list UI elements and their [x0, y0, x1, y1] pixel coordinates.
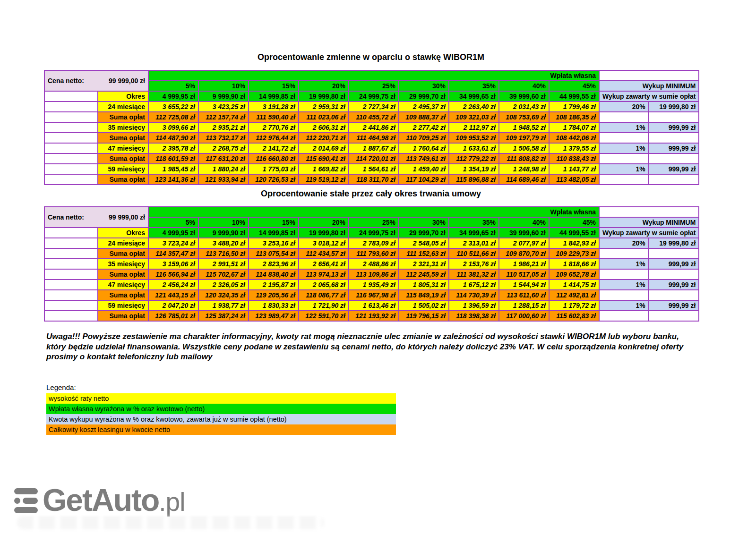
rata-value-cell: 2 770,76 zł [249, 122, 299, 133]
suma-value-cell: 112 157,74 zł [198, 112, 249, 122]
okres-value-cell: 34 999,65 zł [449, 228, 499, 238]
rata-value-cell: 1 948,52 zł [499, 122, 549, 133]
suma-value-cell: 112 220,71 zł [299, 133, 349, 143]
rata-value-cell: 1 775,03 zł [249, 164, 299, 174]
spacer-cell [44, 300, 98, 311]
suma-value-cell: 113 974,13 zł [299, 269, 349, 280]
rata-value-cell: 2 395,78 zł [148, 143, 198, 153]
okres-value-cell: 44 999,55 zł [549, 228, 599, 238]
row-label: Suma opłat [98, 290, 148, 300]
logo-tld: .pl [159, 487, 185, 517]
suma-value-cell: 115 849,19 zł [399, 290, 449, 300]
suma-value-cell: 113 611,60 zł [499, 290, 549, 300]
wplata-wlasna-header: Wpłata własna [148, 70, 599, 81]
row-label: Suma opłat [98, 269, 148, 280]
suma-value-cell: 119 205,56 zł [249, 290, 299, 300]
empty-wykup-cell [599, 133, 649, 143]
logo-text: GetAuto.pl [43, 485, 185, 517]
cena-netto-value: 99 999,00 zł [109, 77, 145, 84]
cena-netto-label: Cena netto: [48, 77, 84, 84]
suma-value-cell: 118 601,59 zł [148, 153, 198, 164]
empty-corner-cell [599, 70, 699, 81]
wykup-minimum-header: Wykup MINIMUM [599, 81, 699, 91]
rata-value-cell: 2 141,72 zł [249, 143, 299, 153]
rata-value-cell: 2 488,86 zł [349, 259, 399, 269]
suma-value-cell: 111 381,32 zł [449, 269, 499, 280]
empty-wykup-cell [649, 112, 699, 122]
suma-value-cell: 111 464,98 zł [349, 133, 399, 143]
empty-wykup-cell [599, 248, 649, 259]
spacer-cell [44, 280, 98, 290]
empty-wykup-cell [599, 269, 649, 280]
rata-value-cell: 2 606,31 zł [299, 122, 349, 133]
spacer-cell [44, 164, 98, 174]
legend-item: wysokość raty netto [46, 393, 396, 404]
percent-header-cell: 40% [499, 217, 549, 228]
rata-value-cell: 2 263,40 zł [449, 102, 499, 112]
wykup-amount-cell: 999,99 zł [649, 122, 699, 133]
rata-value-cell: 2 277,42 zł [399, 122, 449, 133]
rata-value-cell: 3 723,24 zł [148, 238, 198, 248]
okres-value-cell: 9 999,90 zł [198, 91, 249, 102]
table-variable-container: Cena netto:99 999,00 złWpłata własna5%10… [44, 70, 699, 185]
suma-value-cell: 115 702,67 zł [198, 269, 249, 280]
wykup-percent-cell: 1% [599, 280, 649, 290]
rata-value-cell: 1 379,55 zł [549, 143, 599, 153]
rata-value-cell: 1 830,33 zł [249, 300, 299, 311]
suma-value-cell: 114 730,39 zł [449, 290, 499, 300]
spacer-cell [44, 91, 98, 102]
rata-value-cell: 1 544,94 zł [499, 280, 549, 290]
rata-value-cell: 2 321,31 zł [399, 259, 449, 269]
spacer-cell [44, 102, 98, 112]
suma-value-cell: 115 690,41 zł [299, 153, 349, 164]
rata-value-cell: 1 564,61 zł [349, 164, 399, 174]
wykup-amount-cell: 999,99 zł [649, 143, 699, 153]
rata-value-cell: 1 669,82 zł [299, 164, 349, 174]
table-fixed-title: Oprocentowanie stałe przez cały okres tr… [44, 189, 698, 199]
wykup-percent-cell: 1% [599, 122, 649, 133]
wykup-minimum-header: Wykup MINIMUM [599, 217, 699, 228]
rata-value-cell: 2 441,86 zł [349, 122, 399, 133]
rata-value-cell: 3 018,12 zł [299, 238, 349, 248]
suma-value-cell: 118 086,77 zł [299, 290, 349, 300]
empty-wykup-cell [599, 290, 649, 300]
percent-header-cell: 10% [198, 217, 249, 228]
disclaimer-note: Uwaga!!! Powyższe zestawienie ma charakt… [46, 331, 699, 362]
rate-table-fixed: Cena netto:99 999,00 złWpłata własna5%10… [44, 206, 699, 322]
row-label: 24 miesiące [98, 102, 148, 112]
rata-value-cell: 2 065,68 zł [299, 280, 349, 290]
percent-header-cell: 25% [349, 217, 399, 228]
rata-value-cell: 2 195,87 zł [249, 280, 299, 290]
suma-value-cell: 117 104,29 zł [399, 174, 449, 185]
suma-value-cell: 121 933,94 zł [198, 174, 249, 185]
rata-value-cell: 1 985,45 zł [148, 164, 198, 174]
suma-value-cell: 122 591,70 zł [299, 311, 349, 321]
suma-value-cell: 113 109,86 zł [349, 269, 399, 280]
rata-value-cell: 2 326,05 zł [198, 280, 249, 290]
row-label: Suma opłat [98, 153, 148, 164]
row-label: Suma opłat [98, 311, 148, 321]
rata-value-cell: 1 760,64 zł [399, 143, 449, 153]
rata-value-cell: 3 159,06 zł [148, 259, 198, 269]
empty-wykup-cell [649, 133, 699, 143]
rate-table-variable: Cena netto:99 999,00 złWpłata własna5%10… [44, 70, 699, 185]
empty-wykup-cell [599, 311, 649, 321]
suma-value-cell: 112 492,81 zł [549, 290, 599, 300]
spacer-cell [44, 248, 98, 259]
rata-value-cell: 1 887,67 zł [349, 143, 399, 153]
suma-value-cell: 115 602,83 zł [549, 311, 599, 321]
percent-header-cell: 5% [148, 217, 198, 228]
percent-header-cell: 10% [198, 81, 249, 91]
rata-value-cell: 2 823,96 zł [249, 259, 299, 269]
okres-value-cell: 34 999,65 zł [449, 91, 499, 102]
rata-value-cell: 1 938,77 zł [198, 300, 249, 311]
rata-value-cell: 1 784,07 zł [549, 122, 599, 133]
rata-value-cell: 1 935,49 zł [349, 280, 399, 290]
row-label: 24 miesiące [98, 238, 148, 248]
suma-value-cell: 116 660,80 zł [249, 153, 299, 164]
list-bars-icon [14, 488, 38, 513]
row-label: Suma opłat [98, 112, 148, 122]
rata-value-cell: 3 423,25 zł [198, 102, 249, 112]
spacer-cell [44, 238, 98, 248]
spacer-cell [44, 311, 98, 321]
